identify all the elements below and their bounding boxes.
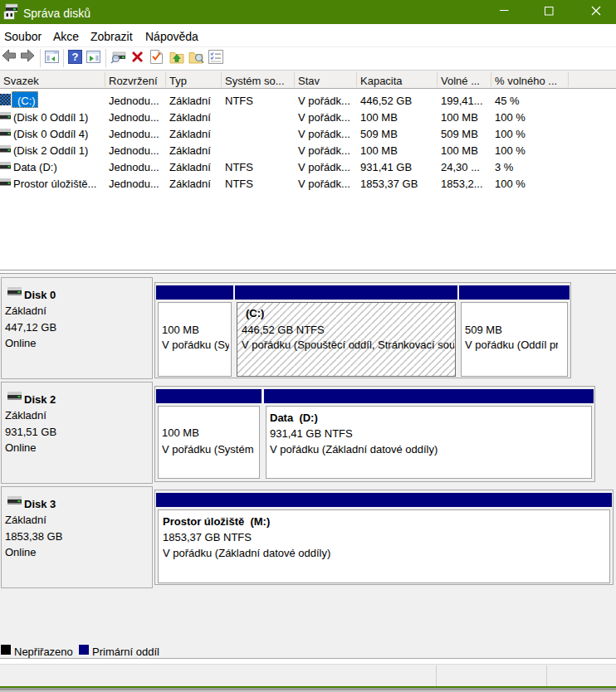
svg-text:?: ?	[72, 51, 79, 63]
